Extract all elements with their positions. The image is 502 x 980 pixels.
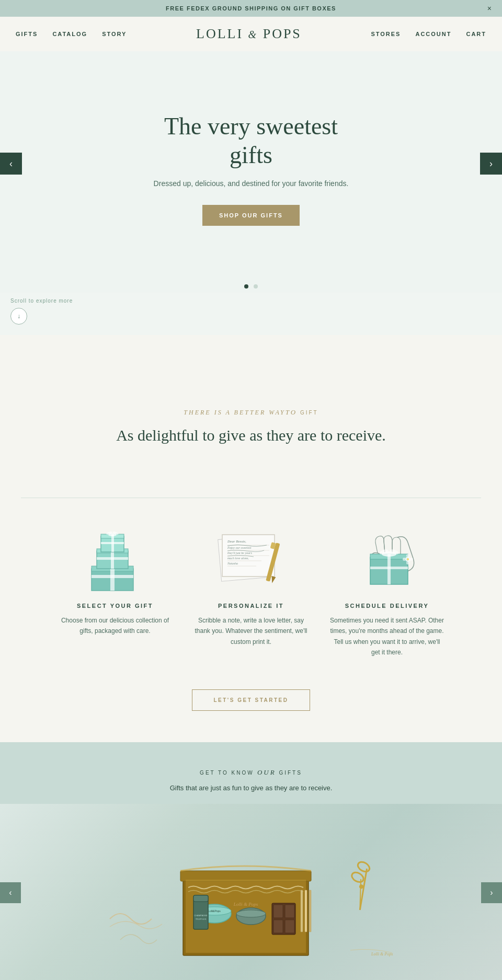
svg-point-47 [406,554,409,557]
scroll-cue-area: Scroll to explore more ↓ [0,293,502,335]
gift-next-button[interactable]: › [481,882,502,903]
shop-gifts-button[interactable]: SHOP OUR GIFTS [202,205,300,226]
svg-rect-60 [285,905,294,918]
svg-rect-59 [273,905,283,918]
step-schedule: SCHEDULE DELIVERY Sometimes you need it … [329,524,444,658]
site-logo[interactable]: LOLLI & POPS [196,26,302,42]
announcement-close-button[interactable]: × [487,4,492,13]
step-schedule-illustration [329,524,444,592]
step-select-title: SELECT YOUR GIFT [58,603,173,609]
hero-prev-button[interactable]: ‹ [0,153,22,175]
carousel-dots [0,276,502,293]
nav-link-cart[interactable]: CART [466,31,486,37]
step-select-illustration [58,524,173,592]
better-way-title: As delightful to give as they are to rec… [21,425,481,445]
svg-rect-39 [370,567,408,569]
carousel-dot-2[interactable] [254,284,258,289]
steps-grid: SELECT YOUR GIFT Choose from our delicio… [21,524,481,658]
gift-prev-button[interactable]: ‹ [0,882,21,903]
nav-link-account[interactable]: ACCOUNT [415,31,451,37]
svg-rect-17 [101,542,124,544]
step-schedule-desc: Sometimes you need it sent ASAP. Other t… [329,615,444,658]
schedule-delivery-icon [345,527,429,592]
nav-link-stores[interactable]: STORES [371,31,401,37]
steps-divider [21,498,481,498]
gift-image-area: ‹ Lolli&Pops [0,804,502,980]
nav-link-story[interactable]: STORY [102,31,127,37]
svg-point-46 [410,558,413,561]
svg-text:Lolli & Pops: Lolli & Pops [233,902,258,907]
step-personalize-illustration: Dear Bessie, Enjoy our sweetest they'll … [193,524,309,592]
svg-text:much love alone,: much love alone, [227,557,249,560]
svg-text:Enjoy our sweetest: Enjoy our sweetest [227,546,252,549]
nav-link-gifts[interactable]: GIFTS [16,31,38,37]
hero-spacer [0,335,502,377]
personalize-note-icon: Dear Bessie, Enjoy our sweetest they'll … [209,527,293,592]
get-started-button[interactable]: LET'S GET STARTED [192,689,310,711]
svg-text:Lolli & Pops: Lolli & Pops [371,952,393,956]
step-schedule-title: SCHEDULE DELIVERY [329,603,444,609]
get-to-know-label: GET TO KNOW our GIFTS [21,768,481,777]
svg-rect-3 [92,575,133,578]
carousel-dot-1[interactable] [244,284,248,289]
svg-rect-64 [193,895,208,902]
svg-rect-61 [273,920,283,933]
svg-text:TRUFFLES: TRUFFLES [196,918,207,920]
step-personalize-desc: Scribble a note, write a love letter, sa… [193,615,309,647]
gift-boxes-icon [76,527,154,592]
nav-left: GIFTS CATALOG STORY [16,31,127,37]
svg-point-44 [407,558,409,560]
svg-rect-69 [309,890,311,932]
announcement-bar: FREE FEDEX GROUND SHIPPING ON GIFT BOXES… [0,0,502,17]
main-nav: GIFTS CATALOG STORY LOLLI & POPS STORES … [0,17,502,51]
scroll-cue-text: Scroll to explore more [10,298,502,304]
steps-section: SELECT YOUR GIFT Choose from our delicio… [0,466,502,742]
hero-subtitle: Dressed up, delicious, and destined for … [154,178,349,189]
svg-rect-62 [285,920,294,933]
get-to-know-subtitle: Gifts that are just as fun to give as th… [21,783,481,794]
scroll-down-button[interactable]: ↓ [10,308,27,325]
svg-rect-68 [305,890,307,932]
svg-rect-10 [97,557,128,560]
svg-text:CHAMPAGNE: CHAMPAGNE [194,914,208,917]
svg-rect-67 [301,890,303,932]
nav-link-catalog[interactable]: CATALOG [52,31,87,37]
svg-text:Lolli&Pops: Lolli&Pops [208,909,221,913]
svg-point-48 [406,561,409,564]
step-select: SELECT YOUR GIFT Choose from our delicio… [58,524,173,658]
svg-text:Dear Bessie,: Dear Bessie, [227,539,246,544]
hero-title: The very sweetest gifts [154,112,349,169]
step-select-desc: Choose from our delicious collection of … [58,615,173,637]
get-to-know-section: GET TO KNOW our GIFTS Gifts that are jus… [0,742,502,980]
hero-section: ‹ The very sweetest gifts Dressed up, de… [0,51,502,276]
step-personalize: Dear Bessie, Enjoy our sweetest they'll … [193,524,309,658]
better-way-label: THERE IS A BETTER WAYto GIFT [21,408,481,417]
svg-rect-2 [110,566,115,591]
hero-next-button[interactable]: › [480,153,502,175]
hero-content: The very sweetest gifts Dressed up, deli… [143,80,359,247]
svg-text:they'll just be yours: they'll just be yours [227,551,252,555]
svg-point-57 [236,910,266,917]
svg-point-45 [403,558,406,561]
chevron-down-icon: ↓ [17,313,20,320]
nav-right: STORES ACCOUNT CART [371,31,486,37]
svg-text:Natasha: Natasha [227,562,238,565]
get-to-know-header: GET TO KNOW our GIFTS Gifts that are jus… [0,742,502,804]
better-way-section: THERE IS A BETTER WAYto GIFT As delightf… [0,377,502,466]
gift-display-svg: Lolli&Pops CHAMPAGNE TRUFFLES Lolli & Po… [68,814,434,971]
step-personalize-title: PERSONALIZE IT [193,603,309,609]
announcement-text: FREE FEDEX GROUND SHIPPING ON GIFT BOXES [166,5,336,11]
